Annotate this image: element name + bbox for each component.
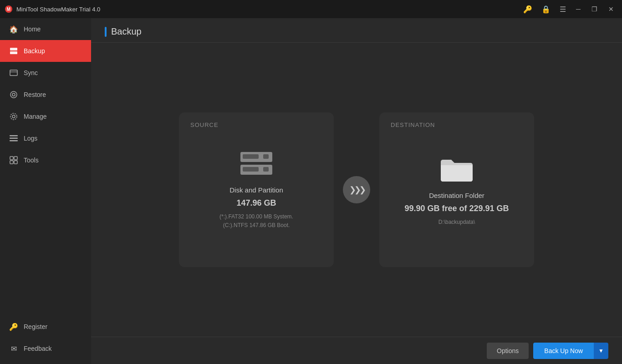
svg-rect-3	[10, 51, 17, 54]
svg-rect-18	[243, 154, 259, 159]
svg-point-9	[10, 113, 17, 120]
home-icon: 🏠	[9, 25, 18, 34]
svg-rect-12	[10, 140, 18, 142]
svg-point-6	[10, 91, 17, 98]
svg-rect-10	[10, 135, 18, 136]
arrow-chevrons: ❯❯❯	[349, 185, 364, 195]
svg-rect-13	[10, 157, 13, 160]
svg-rect-16	[14, 161, 17, 164]
lock-icon[interactable]: 🔒	[539, 3, 553, 15]
hamburger-icon[interactable]: ☰	[557, 3, 569, 15]
svg-point-8	[12, 115, 15, 118]
svg-rect-2	[10, 48, 17, 51]
sidebar-item-backup[interactable]: Backup	[0, 40, 91, 62]
sync-icon	[9, 68, 18, 77]
logs-icon	[9, 134, 18, 143]
sidebar-bottom: 🔑 Register ✉ Feedback	[0, 316, 91, 364]
svg-rect-4	[10, 70, 17, 76]
key-register-icon: 🔑	[9, 322, 18, 331]
destination-title: Destination Folder	[429, 192, 484, 199]
svg-text:M: M	[7, 7, 10, 12]
svg-rect-21	[243, 167, 259, 172]
folder-icon	[438, 153, 475, 182]
sidebar-label-manage: Manage	[24, 113, 47, 120]
app-logo: M	[5, 5, 13, 13]
svg-rect-11	[10, 138, 18, 139]
arrow-button[interactable]: ❯❯❯	[343, 176, 370, 203]
svg-point-7	[12, 93, 15, 96]
source-card[interactable]: SOURCE Disk and Partition 147.96 GB	[179, 112, 334, 267]
sidebar-item-sync[interactable]: Sync	[0, 62, 91, 84]
source-detail: (*:).FAT32 100.00 MB System. (C:).NTFS 1…	[219, 212, 293, 230]
page-header: Backup	[91, 18, 622, 43]
footer-bar: Options Back Up Now ▼	[91, 337, 622, 364]
svg-rect-19	[263, 154, 269, 159]
sidebar-label-home: Home	[24, 25, 41, 33]
disk-icon	[238, 150, 275, 177]
sidebar-label-logs: Logs	[24, 135, 37, 142]
backup-now-wrapper: Back Up Now ▼	[533, 343, 608, 359]
destination-free-space: 99.90 GB free of 229.91 GB	[404, 204, 509, 213]
sidebar-label-feedback: Feedback	[24, 345, 51, 352]
sidebar-item-home[interactable]: 🏠 Home	[0, 18, 91, 40]
destination-label: DESTINATION	[391, 121, 435, 128]
backup-now-dropdown-button[interactable]: ▼	[594, 343, 608, 359]
sidebar-item-tools[interactable]: Tools	[0, 149, 91, 171]
backup-icon	[9, 46, 18, 56]
destination-card[interactable]: DESTINATION Destination Folder 99.90 GB …	[379, 112, 534, 267]
sidebar-item-manage[interactable]: Manage	[0, 106, 91, 127]
svg-rect-15	[10, 161, 13, 164]
main-layout: 🏠 Home Backup Sync	[0, 18, 622, 364]
minimize-button[interactable]: ─	[572, 4, 584, 15]
manage-icon	[9, 112, 18, 121]
app-title: MiniTool ShadowMaker Trial 4.0	[16, 6, 100, 13]
sidebar-label-tools: Tools	[24, 157, 39, 164]
svg-rect-22	[263, 167, 269, 172]
header-accent	[105, 27, 107, 37]
sidebar-label-backup: Backup	[24, 47, 45, 55]
source-label: SOURCE	[190, 121, 219, 128]
title-bar: M MiniTool ShadowMaker Trial 4.0 🔑 🔒 ☰ ─…	[0, 0, 622, 18]
sidebar-item-logs[interactable]: Logs	[0, 127, 91, 149]
source-size: 147.96 GB	[236, 198, 276, 208]
restore-button[interactable]: ❐	[588, 4, 601, 15]
key-icon[interactable]: 🔑	[520, 3, 535, 15]
sidebar-label-register: Register	[24, 323, 47, 330]
backup-area: SOURCE Disk and Partition 147.96 GB	[91, 43, 622, 337]
backup-now-button[interactable]: Back Up Now	[533, 343, 594, 359]
sidebar-spacer	[0, 171, 91, 316]
content-area: Backup SOURCE	[91, 18, 622, 364]
title-bar-right: 🔑 🔒 ☰ ─ ❐ ✕	[520, 3, 617, 15]
sidebar-label-restore: Restore	[24, 91, 46, 98]
sidebar-item-feedback[interactable]: ✉ Feedback	[0, 338, 91, 359]
close-button[interactable]: ✕	[605, 4, 617, 15]
sidebar: 🏠 Home Backup Sync	[0, 18, 91, 364]
sidebar-item-register[interactable]: 🔑 Register	[0, 316, 91, 338]
mail-icon: ✉	[9, 344, 18, 353]
sidebar-item-restore[interactable]: Restore	[0, 84, 91, 106]
page-title: Backup	[111, 26, 142, 37]
source-title: Disk and Partition	[229, 186, 283, 194]
restore-icon	[9, 90, 18, 99]
sidebar-label-sync: Sync	[24, 69, 38, 76]
destination-path: D:\backupdata\	[438, 218, 475, 227]
tools-icon	[9, 156, 18, 165]
title-bar-left: M MiniTool ShadowMaker Trial 4.0	[5, 5, 100, 13]
svg-rect-14	[14, 157, 17, 160]
options-button[interactable]: Options	[487, 343, 529, 359]
